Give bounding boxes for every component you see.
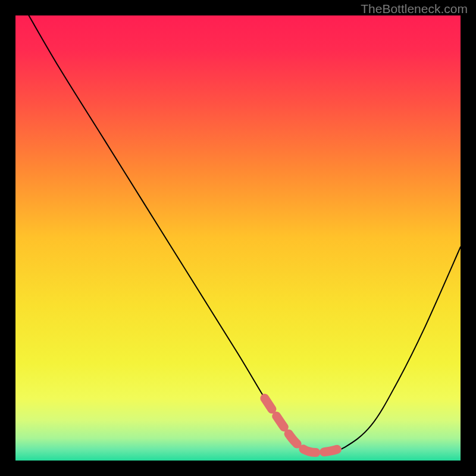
chart-frame: TheBottleneck.com [0, 0, 476, 476]
watermark-text: TheBottleneck.com [361, 2, 468, 16]
bottleneck-curve [15, 15, 461, 461]
plot-area [15, 15, 461, 461]
flat-bottom-highlight [265, 398, 345, 452]
